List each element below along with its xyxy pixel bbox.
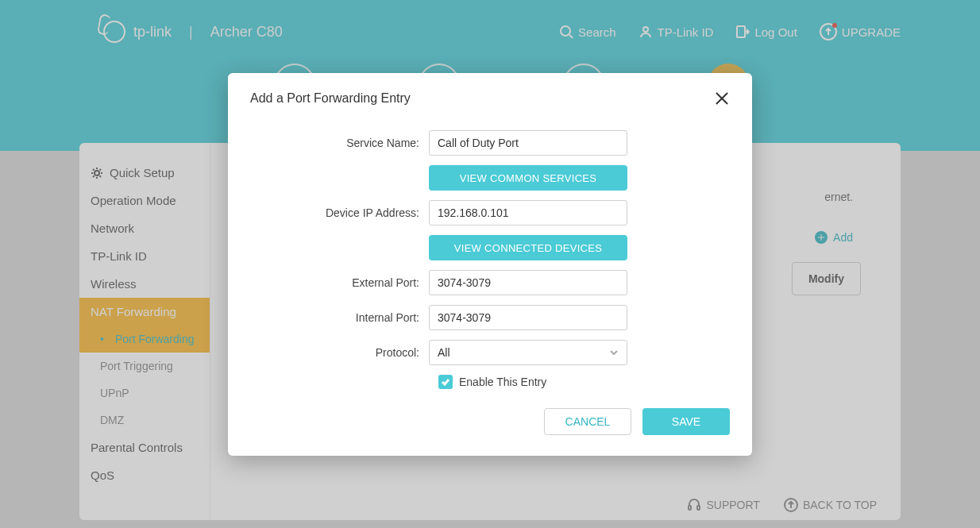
view-connected-devices-button[interactable]: VIEW CONNECTED DEVICES xyxy=(429,235,627,260)
view-common-services-button[interactable]: VIEW COMMON SERVICES xyxy=(429,165,627,191)
chevron-down-icon xyxy=(609,348,619,357)
enable-entry-label: Enable This Entry xyxy=(459,376,546,388)
cancel-button[interactable]: CANCEL xyxy=(544,408,631,435)
device-ip-label: Device IP Address: xyxy=(250,206,429,219)
button-label: CANCEL xyxy=(565,415,611,428)
button-label: VIEW CONNECTED DEVICES xyxy=(454,242,602,254)
external-port-label: External Port: xyxy=(250,276,429,289)
button-label: SAVE xyxy=(672,415,700,428)
modal-overlay: Add a Port Forwarding Entry Service Name… xyxy=(0,0,980,528)
protocol-label: Protocol: xyxy=(250,346,429,359)
port-forwarding-modal: Add a Port Forwarding Entry Service Name… xyxy=(228,73,752,456)
button-label: VIEW COMMON SERVICES xyxy=(460,172,597,184)
service-name-label: Service Name: xyxy=(250,137,429,149)
internal-port-label: Internal Port: xyxy=(250,311,429,324)
modal-title: Add a Port Forwarding Entry xyxy=(250,91,411,106)
internal-port-input[interactable] xyxy=(429,305,627,330)
close-button[interactable] xyxy=(714,91,730,106)
service-name-input[interactable] xyxy=(429,130,627,156)
check-icon xyxy=(441,377,450,387)
external-port-input[interactable] xyxy=(429,270,627,295)
protocol-value: All xyxy=(438,346,450,359)
protocol-select[interactable]: All xyxy=(429,340,627,365)
enable-entry-checkbox[interactable] xyxy=(438,375,453,389)
device-ip-input[interactable] xyxy=(429,200,627,225)
save-button[interactable]: SAVE xyxy=(642,408,730,435)
